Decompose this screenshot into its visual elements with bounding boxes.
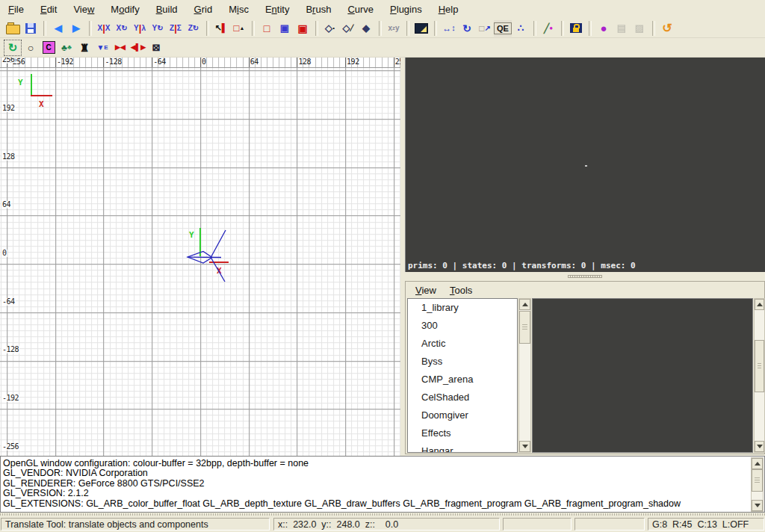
qe-toggle-button[interactable]: QE <box>494 20 512 37</box>
clipper-button[interactable]: ╱● <box>539 20 557 37</box>
scale-mode-button[interactable]: □↗ <box>476 20 494 37</box>
rotate-z-button[interactable]: Z↻ <box>185 20 202 37</box>
toolbar-separator <box>652 21 654 36</box>
octagon-icon: ○ <box>28 43 34 53</box>
ruler-label-x: 128 <box>298 58 311 66</box>
drop-arrow-icon: E <box>104 45 108 51</box>
menu-grid[interactable]: Grid <box>186 4 221 15</box>
edge-mode-button[interactable]: ◇╱ <box>339 20 357 37</box>
scroll-up-icon[interactable] <box>519 299 530 310</box>
arrows-inward-icon: ◀ <box>120 44 126 51</box>
texture-folder-item[interactable]: Effects <box>408 424 517 442</box>
texture-browser: ViewTools 1_library300ArcticByssCMP_aren… <box>405 281 765 454</box>
show-textures-button[interactable] <box>412 20 430 37</box>
train-button[interactable]: ♜ <box>75 40 93 56</box>
horizontal-splitter[interactable] <box>405 272 765 281</box>
console-scrollbar[interactable] <box>751 457 764 512</box>
texture-folder-item[interactable]: 1_library <box>408 299 517 317</box>
texture-folder-item[interactable]: CMP_arena <box>408 371 517 389</box>
undo-button[interactable]: ◀ <box>49 20 67 37</box>
xyz-lock-button[interactable]: xzy <box>385 20 403 37</box>
menu-file[interactable]: File <box>0 4 32 15</box>
csg-merge-button[interactable]: ▣ <box>276 20 294 37</box>
scroll-up-icon[interactable] <box>755 299 764 310</box>
scrollbar-thumb[interactable] <box>752 469 763 492</box>
converge-button[interactable]: ▶◀ <box>111 40 129 56</box>
translate-mode-button[interactable]: ↔↕ <box>440 20 458 37</box>
face-mode-button[interactable]: ◆ <box>357 20 375 37</box>
select-arrow-icon: ↖ <box>214 24 221 32</box>
move-arrows-icon: ↕ <box>451 24 456 32</box>
model-preview-button[interactable]: ● <box>595 20 613 37</box>
select-partial-tall-button[interactable]: □ <box>258 20 276 37</box>
texture-folder-item[interactable]: 300 <box>408 317 517 335</box>
menu-misc[interactable]: Misc <box>220 4 257 15</box>
origin-x-label: X <box>39 99 44 109</box>
menu-brush[interactable]: Brush <box>297 4 339 15</box>
flip-y-icon: Y <box>134 25 139 32</box>
scroll-down-icon[interactable] <box>752 500 763 511</box>
menu-build[interactable]: Build <box>148 4 186 15</box>
diverge-button[interactable]: ◀▌▶ <box>129 40 147 56</box>
texture-lock-button[interactable] <box>567 20 585 37</box>
texture-folder-list[interactable]: 1_library300ArcticByssCMP_arenaCelShaded… <box>407 298 518 453</box>
toolbar-separator <box>315 21 318 36</box>
console-log-button[interactable]: ▤ <box>613 20 631 37</box>
flip-x-icon: X <box>105 25 111 32</box>
scrollbar-thumb[interactable] <box>755 340 764 392</box>
texture-menu-view[interactable]: View <box>409 285 443 296</box>
texture-menu-tools[interactable]: Tools <box>443 285 479 296</box>
grid-view-2d[interactable]: Y X Y X -256-192-128-6406412819225625619… <box>0 58 400 456</box>
texture-folder-item[interactable]: CelShaded <box>408 389 517 406</box>
rotate-mode-button[interactable]: ↻ <box>458 20 476 37</box>
origin-y-label: Y <box>18 78 23 87</box>
texture-view-scrollbar[interactable] <box>754 298 765 453</box>
rotate-view-button[interactable]: ↻ <box>4 40 22 56</box>
texture-view[interactable] <box>532 298 753 453</box>
texture-folder-item[interactable]: Arctic <box>408 335 517 353</box>
flip-y-button[interactable]: Y|λ <box>131 20 149 37</box>
cube-face-icon: ◆ <box>362 23 370 33</box>
menu-curve[interactable]: Curve <box>339 4 382 15</box>
menu-entity[interactable]: Entity <box>257 4 298 15</box>
save-button[interactable] <box>22 20 40 37</box>
scroll-down-icon[interactable] <box>755 441 764 452</box>
foliage-button[interactable]: ♣♣ <box>58 40 75 56</box>
menu-edit[interactable]: Edit <box>32 4 65 15</box>
polygon-button[interactable]: ○ <box>22 40 40 56</box>
flip-z-button[interactable]: Z|Σ <box>167 20 185 37</box>
origin-axis-indicator: Y X <box>18 74 52 109</box>
vertex-mode-button[interactable]: ◇· <box>321 20 339 37</box>
select-inside-button[interactable]: ▣ <box>294 20 312 37</box>
rotate-y-button[interactable]: Y↻ <box>149 20 167 37</box>
caulk-button[interactable]: C <box>40 40 58 56</box>
drop-entity-button[interactable]: ▼E <box>93 40 111 56</box>
redo-button[interactable]: ▶ <box>67 20 85 37</box>
scroll-down-icon[interactable] <box>519 441 530 452</box>
nodraw-button[interactable]: ⊠ <box>147 40 165 56</box>
menu-view[interactable]: View <box>65 4 102 15</box>
menu-help[interactable]: Help <box>430 4 467 15</box>
select-touching-button[interactable]: □▲ <box>230 20 248 37</box>
flip-x-button[interactable]: X|X <box>95 20 113 37</box>
entity-connect-button[interactable]: ∴ <box>512 20 530 37</box>
scrollbar-thumb[interactable] <box>519 311 530 344</box>
folder-list-scrollbar[interactable] <box>518 298 531 453</box>
open-file-button[interactable] <box>4 20 22 37</box>
camera-view-3d[interactable]: prims: 0 | states: 0 | transforms: 0 | m… <box>405 58 765 272</box>
texture-folder-item[interactable]: Hangar <box>408 442 517 453</box>
texture-folder-item[interactable]: Doomgiver <box>408 406 517 424</box>
menu-modify[interactable]: Modify <box>102 4 147 15</box>
rotate-x-icon: ↻ <box>121 25 127 32</box>
rotate-z-icon: ↻ <box>193 25 199 32</box>
rotate-x-button[interactable]: X↻ <box>113 20 131 37</box>
flip-y-icon: λ <box>141 25 146 32</box>
scroll-up-icon[interactable] <box>752 458 763 469</box>
image-tool-button[interactable]: ▨ <box>631 20 648 37</box>
texture-folder-item[interactable]: Byss <box>408 353 517 371</box>
refresh-models-button[interactable]: ↺ <box>658 20 676 37</box>
console-output[interactable]: OpenGL window configuration: colour-buff… <box>0 456 765 513</box>
select-complete-tall-button[interactable]: ↖▌ <box>212 20 230 37</box>
console-line: GL_VERSION: 2.1.2 <box>1 489 764 498</box>
menu-plugins[interactable]: Plugins <box>382 4 430 15</box>
